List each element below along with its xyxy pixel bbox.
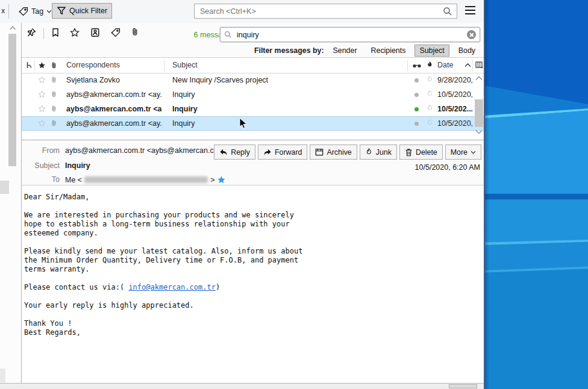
date-cell: 9/28/2020,... [437, 76, 472, 84]
message-body: Dear Sir/Madam, We are interested in pur… [22, 185, 485, 383]
trash-icon [405, 148, 413, 157]
body-line: esteemed company. [24, 229, 479, 238]
mouse-cursor [239, 117, 248, 129]
body-line: hope to establish a long-term business r… [24, 220, 479, 229]
archive-label: Archive [327, 148, 351, 157]
body-line: the Minimum Order Quantity, Delivery tim… [24, 256, 479, 265]
body-line-with-link: Please contact us via:( info@akmercan.co… [24, 283, 479, 292]
filter-sender-button[interactable]: Sender [328, 45, 362, 57]
scroll-up-icon[interactable] [9, 26, 16, 31]
filter-contact-icon[interactable] [90, 28, 100, 37]
table-row-selected[interactable]: aybs@akmercan.com.tr <ay... Inquiry 10/5… [22, 116, 485, 131]
column-subject[interactable]: Subject [172, 61, 198, 69]
archive-button[interactable]: Archive [310, 145, 357, 160]
reply-button[interactable]: Reply [214, 145, 255, 160]
message-date: 10/5/2020, 6:20 AM [415, 163, 480, 172]
date-cell: 10/5/202... [437, 105, 472, 113]
read-column-icon[interactable] [412, 63, 422, 69]
filter-subject-button[interactable]: Subject [414, 45, 449, 57]
star-icon[interactable] [38, 119, 46, 127]
junk-icon[interactable] [426, 75, 434, 83]
star-column-icon[interactable] [38, 61, 46, 69]
read-indicator [414, 122, 419, 126]
body-line [24, 238, 479, 247]
table-row[interactable]: aybs@akmercan.com.tr <a... Inquiry 10/5/… [22, 102, 485, 116]
body-line: Your early reply is highly appreciated. [24, 301, 479, 310]
pin-icon[interactable] [27, 28, 36, 37]
list-scrollbar-thumb[interactable] [475, 99, 483, 127]
clear-search-icon[interactable] [467, 30, 476, 39]
scroll-down-icon[interactable] [475, 129, 483, 134]
mail-toolbar: x Tag Quick Filter [0, 0, 485, 23]
quick-filter-button[interactable]: Quick Filter [52, 3, 112, 19]
global-search-input[interactable] [199, 7, 443, 16]
star-icon[interactable] [38, 90, 46, 98]
to-prefix: Me < [65, 176, 82, 184]
horizontal-scrollbar-thumb[interactable] [449, 384, 477, 388]
contact-prefix: Please contact us via:( [24, 283, 128, 291]
delete-button[interactable]: Delete [399, 145, 443, 160]
column-date[interactable]: Date [437, 61, 453, 69]
global-search-box [194, 4, 457, 19]
scroll-up-icon[interactable] [475, 76, 483, 81]
table-row[interactable]: Svjetlana Zovko New Inquiry /Scarves pro… [22, 73, 485, 87]
message-list: Correspondents Subject Date Svjetlana Zo… [22, 58, 485, 140]
to-label: To [22, 175, 60, 184]
attachment-icon [50, 76, 58, 84]
contact-suffix: ) [216, 283, 220, 291]
left-scrollbar-thumb[interactable] [8, 34, 16, 166]
thread-column-icon[interactable] [26, 61, 33, 69]
body-line [24, 310, 479, 319]
email-link[interactable]: info@akmercan.com.tr [128, 283, 216, 291]
forward-button[interactable]: Forward [258, 145, 307, 160]
screenshot-root: x Tag Quick Filter [0, 0, 588, 389]
correspondent-cell: Svjetlana Zovko [66, 76, 161, 84]
more-button[interactable]: More [445, 145, 481, 160]
body-line: terms warranty. [24, 265, 479, 274]
quick-filter-search-input[interactable] [236, 30, 463, 40]
correspondent-cell: aybs@akmercan.com.tr <a... [66, 105, 161, 113]
body-line: Dear Sir/Madam, [24, 193, 479, 202]
read-indicator [414, 78, 419, 82]
filter-body-button[interactable]: Body [454, 45, 480, 57]
column-separator [164, 60, 164, 71]
column-separator [407, 60, 408, 71]
column-correspondents[interactable]: Correspondents [66, 61, 120, 69]
filter-unread-icon[interactable] [51, 28, 60, 37]
column-picker-icon[interactable] [475, 61, 484, 69]
window-shadow [485, 0, 588, 389]
table-row[interactable]: aybs@akmercan.com.tr <ay... Inquiry 10/5… [22, 87, 485, 102]
star-icon[interactable] [38, 76, 46, 84]
filter-by-label: Filter messages by: [254, 46, 324, 55]
archive-icon [315, 148, 324, 156]
filter-tag-icon[interactable] [111, 28, 120, 37]
subject-label: Subject [22, 161, 60, 170]
junk-label: Junk [376, 148, 392, 157]
app-menu-button[interactable] [465, 6, 477, 17]
junk-icon[interactable] [426, 90, 434, 98]
attachment-column-icon[interactable] [50, 61, 58, 69]
junk-icon[interactable] [426, 119, 434, 126]
sort-ascending-icon [464, 63, 471, 67]
chevron-down-icon [46, 10, 52, 13]
attachment-icon [50, 105, 58, 113]
filter-recipients-button[interactable]: Recipients [366, 45, 411, 57]
junk-icon[interactable] [426, 104, 434, 112]
body-line [24, 274, 479, 283]
reply-icon [219, 149, 228, 156]
junk-column-icon[interactable] [426, 61, 434, 69]
filter-attachment-icon[interactable] [130, 27, 140, 37]
star-icon[interactable] [38, 105, 46, 113]
filter-starred-icon[interactable] [70, 28, 80, 37]
attachment-icon [50, 119, 58, 127]
starred-blue-icon[interactable] [217, 175, 226, 184]
cutoff-button[interactable]: x [1, 7, 5, 15]
windows-desktop[interactable] [485, 0, 588, 389]
thunderbird-window: x Tag Quick Filter [0, 0, 485, 389]
junk-button[interactable]: Junk [360, 145, 397, 160]
flame-icon [365, 148, 373, 156]
tag-button[interactable]: Tag [14, 4, 56, 19]
qfb-separator [43, 28, 44, 39]
pane-splitter-grip[interactable] [0, 181, 9, 194]
unread-indicator [414, 107, 419, 111]
